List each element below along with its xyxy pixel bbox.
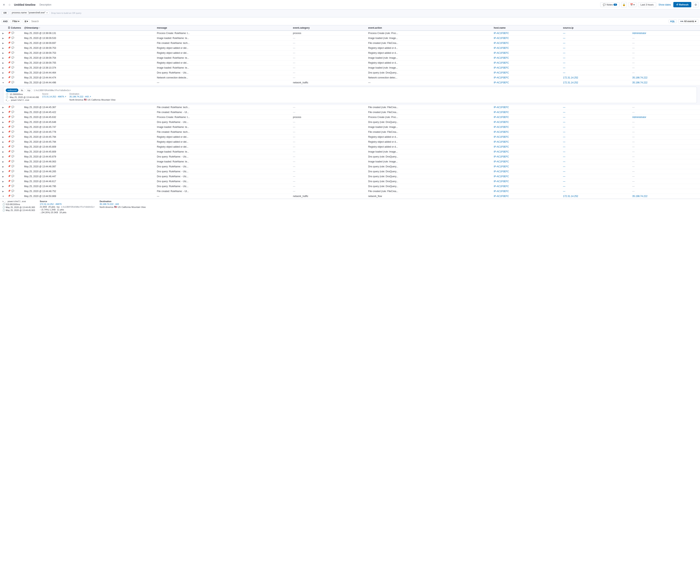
kql-button[interactable]: KQL xyxy=(669,20,677,23)
pin-icon[interactable]: 📌 xyxy=(8,66,11,69)
hostname-link[interactable]: IP-AC1F0EFC xyxy=(494,170,509,173)
expand-button[interactable]: ▶ xyxy=(2,150,5,153)
hostname-link[interactable]: IP-AC1F0EFC xyxy=(494,175,509,178)
pin-icon[interactable]: 📌 xyxy=(8,76,11,79)
pin-icon[interactable]: 📌 xyxy=(8,51,11,54)
hostname-link[interactable]: IP-AC1F0EFC xyxy=(494,116,509,118)
hostname-link[interactable]: IP-AC1F0EFC xyxy=(494,190,509,193)
source-ip-link[interactable]: — xyxy=(563,71,565,74)
hostname-link[interactable]: IP-AC1F0EFC xyxy=(494,76,509,79)
dest-link[interactable]: 35.198.74.222 xyxy=(632,76,647,79)
expand-button[interactable]: ▼ xyxy=(2,81,5,84)
note-icon[interactable]: 💬 xyxy=(11,155,14,158)
expand-button[interactable]: ▶ xyxy=(2,111,5,114)
expand-button[interactable]: ▶ xyxy=(2,66,5,69)
source-ip-link[interactable]: — xyxy=(563,185,565,188)
note-icon[interactable]: 💬 xyxy=(11,106,14,108)
hostname-link[interactable]: IP-AC1F0EFC xyxy=(494,160,509,163)
note-icon[interactable]: 💬 xyxy=(11,125,14,128)
source-ip-link[interactable]: — xyxy=(563,116,565,118)
tls-badge[interactable]: tls xyxy=(19,88,25,92)
expand-button[interactable]: ▶ xyxy=(2,116,5,119)
query-pill[interactable]: process.name: "powershell.exe" ✕ xyxy=(10,11,50,15)
event-action-col[interactable]: event.action xyxy=(367,25,492,31)
pin-icon[interactable]: 📌 xyxy=(8,130,11,133)
query-remove-button[interactable]: ✕ xyxy=(46,12,48,14)
expand-button[interactable]: ▶ xyxy=(2,120,5,124)
expand-button[interactable]: ▶ xyxy=(2,76,5,79)
source-ip-link[interactable]: — xyxy=(563,121,565,123)
pin-icon[interactable]: 📌 xyxy=(8,140,11,143)
source-ip-link[interactable]: — xyxy=(563,180,565,183)
expand-button[interactable]: ▶ xyxy=(2,51,5,55)
hostname-link[interactable]: IP-AC1F0EFC xyxy=(494,135,509,138)
note-icon[interactable]: 💬 xyxy=(11,185,14,187)
note-icon[interactable]: 💬 xyxy=(11,190,14,192)
pin-icon[interactable]: 📌 xyxy=(8,71,11,74)
expand-button[interactable]: ▶ xyxy=(2,165,5,168)
bottom-source-value[interactable]: 172.31.14.252 : 49879 xyxy=(40,203,95,205)
pin-icon[interactable]: 📌 xyxy=(8,56,11,59)
lock-button[interactable]: 🔒 xyxy=(621,2,627,8)
pin-icon[interactable]: 📌 xyxy=(8,190,11,192)
expand-button[interactable]: ▶ xyxy=(2,130,5,133)
note-icon[interactable]: 💬 xyxy=(11,111,14,113)
pin-icon[interactable]: 📌 xyxy=(8,160,11,163)
source-ip-link[interactable]: — xyxy=(563,111,565,114)
source-ip-link[interactable]: — xyxy=(563,131,565,133)
source-ip-col[interactable]: source.ip xyxy=(561,25,631,31)
source-ip-link[interactable]: — xyxy=(563,52,565,54)
expand-button[interactable]: ▶ xyxy=(2,160,5,163)
note-icon[interactable]: 💬 xyxy=(11,116,14,118)
hostname-link[interactable]: IP-AC1F0EFC xyxy=(494,106,509,109)
notes-button[interactable]: 💬 Notes 0 xyxy=(600,2,620,7)
description-button[interactable]: Description xyxy=(38,3,53,7)
refresh-button[interactable]: ↺ Refresh xyxy=(673,2,691,7)
search-input[interactable] xyxy=(31,20,667,23)
note-icon[interactable]: 💬 xyxy=(11,51,14,54)
expand-button[interactable]: ▶ xyxy=(2,155,5,158)
favorite-button[interactable]: ☆ xyxy=(7,2,12,7)
pin-icon[interactable]: 📌 xyxy=(8,41,11,44)
pin-icon[interactable]: 📌 xyxy=(8,81,11,84)
event-category-col[interactable]: event.category xyxy=(291,25,367,31)
expand-button[interactable]: ▶ xyxy=(2,61,5,64)
source-ip-link[interactable]: — xyxy=(563,170,565,173)
source-ip-link[interactable]: — xyxy=(563,42,565,44)
expand-button[interactable]: ▶ xyxy=(2,106,5,109)
note-icon[interactable]: 💬 xyxy=(11,81,14,84)
hostname-link[interactable]: IP-AC1F0EFC xyxy=(494,61,509,64)
source-ip-link[interactable]: — xyxy=(563,135,565,138)
source-ip-link[interactable]: — xyxy=(563,106,565,109)
hostname-link[interactable]: IP-AC1F0EFC xyxy=(494,66,509,69)
pin-icon[interactable]: 📌 xyxy=(8,170,11,172)
filter-button[interactable]: Filter ▾ xyxy=(11,19,21,23)
message-col[interactable]: message xyxy=(155,25,291,31)
source-ip-link[interactable]: — xyxy=(563,37,565,39)
dest-link[interactable]: Administrator xyxy=(632,116,646,118)
source-ip-link[interactable]: — xyxy=(563,160,565,163)
dest-link[interactable]: Administrator xyxy=(632,32,646,35)
note-icon[interactable]: 💬 xyxy=(11,32,14,34)
source-ip-link[interactable]: — xyxy=(563,150,565,153)
pin-icon[interactable]: 📌 xyxy=(8,135,11,138)
pin-icon[interactable]: 📌 xyxy=(8,145,11,148)
note-icon[interactable]: 💬 xyxy=(11,37,14,39)
all-events-button[interactable]: All events ▾ xyxy=(678,19,698,23)
expand-button[interactable]: ▶ xyxy=(2,170,5,173)
outbound-badge[interactable]: outbound xyxy=(6,88,18,92)
note-icon[interactable]: 💬 xyxy=(11,165,14,167)
hostname-link[interactable]: IP-AC1F0EFC xyxy=(494,37,509,39)
note-icon[interactable]: 💬 xyxy=(11,120,14,123)
note-icon[interactable]: 💬 xyxy=(11,145,14,148)
calendar-button[interactable]: 📅 ▾ xyxy=(628,2,636,7)
source-ip-link[interactable]: — xyxy=(563,175,565,178)
source-ip-link[interactable]: 172.31.14.252 xyxy=(563,81,578,84)
source-ip-link[interactable]: 172.31.14.252 xyxy=(563,195,578,197)
expand-button[interactable]: ▶ xyxy=(2,37,5,40)
pin-icon[interactable]: 📌 xyxy=(8,150,11,153)
columns-col[interactable]: ☰ Columns xyxy=(6,25,23,31)
hostname-link[interactable]: IP-AC1F0EFC xyxy=(494,180,509,183)
hostname-col[interactable]: host.name xyxy=(492,25,562,31)
expand-button[interactable]: ▶ xyxy=(2,41,5,45)
